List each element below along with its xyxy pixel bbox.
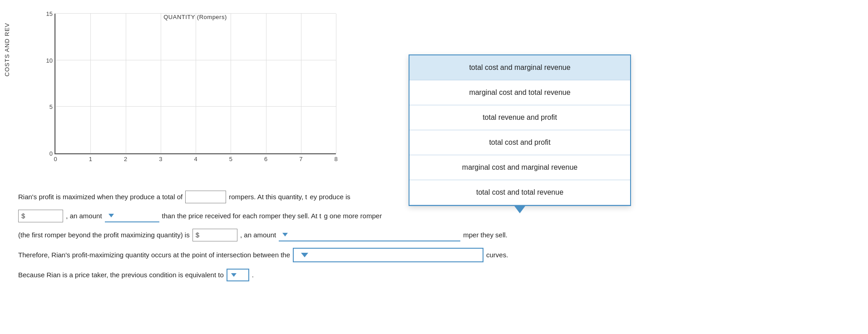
line4-after-text: curves. [486,250,508,260]
curves-dropdown[interactable] [293,248,483,262]
dropdown-item-total-revenue-profit[interactable]: total revenue and profit [409,105,630,130]
amount-input-2[interactable] [200,231,234,239]
text-line-4: Therefore, Rian's profit-maximizing quan… [18,248,850,262]
grid-v-5 [231,14,231,153]
x-tick-5: 5 [229,153,232,162]
grid-v-1 [90,14,91,153]
x-tick-7: 7 [299,153,302,162]
line1-before-text: Rian's profit is maximized when they pro… [18,192,182,202]
x-tick-1: 1 [89,153,92,162]
text-line-2: $ , an amount than the price received fo… [18,210,850,222]
grid-v-7 [301,14,301,153]
text-line-3: (the first romper beyond the profit maxi… [18,229,850,241]
main-container: COSTS AND REV [0,0,868,334]
line3-tail-text: mper they sell. [463,230,508,241]
dropdown-item-total-cost-profit[interactable]: total cost and profit [409,130,630,155]
x-tick-0: 0 [54,153,57,162]
x-tick-3: 3 [159,153,162,162]
x-tick-8: 8 [334,153,337,162]
rompers-quantity-input[interactable] [185,191,226,203]
dollar-sign-1: $ [21,211,25,221]
comparison-dropdown-1[interactable] [105,210,159,222]
x-tick-2: 2 [124,153,127,162]
text-line-5: Because Rian is a price taker, the previ… [18,269,850,281]
chart-grid: 15 10 5 0 0 1 2 3 4 5 6 7 8 [54,14,336,154]
curves-dropdown-arrow [301,253,308,257]
equivalent-dropdown[interactable] [227,269,249,281]
amount-input-1[interactable] [26,212,60,220]
y-tick-10: 10 [46,57,55,64]
dropdown-menu[interactable]: total cost and marginal revenue marginal… [409,54,631,206]
chart-inner: 15 10 5 0 0 1 2 3 4 5 6 7 8 QUANTITY (Ro… [36,14,336,172]
grid-v-0 [55,14,56,153]
grid-v-3 [161,14,161,153]
x-tick-6: 6 [264,153,267,162]
line2-before-text: , an amount [66,211,102,221]
dropdown-item-total-cost-marginal-revenue[interactable]: total cost and marginal revenue [409,55,630,80]
line3-before-text: (the first romper beyond the profit maxi… [18,230,190,241]
line2-tail-text: g one more romper [324,211,382,221]
dropdown-item-marginal-cost-marginal-revenue[interactable]: marginal cost and marginal revenue [409,155,630,180]
dropdown-item-marginal-cost-total-revenue[interactable]: marginal cost and total revenue [409,80,630,105]
grid-v-4 [196,14,196,153]
comparison-dropdown-arrow-2 [282,233,288,236]
grid-v-8 [336,14,336,153]
line4-before-text: Therefore, Rian's profit-maximizing quan… [18,250,290,260]
dollar-sign-2: $ [196,230,199,241]
line2-after-text: than the price received for each romper … [162,211,321,221]
dropdown-arrow-bottom [514,206,525,213]
comparison-dropdown-arrow-1 [108,214,114,217]
dollar-input-1[interactable]: $ [18,210,63,222]
line5-before-text: Because Rian is a price taker, the previ… [18,270,224,280]
dollar-input-2[interactable]: $ [192,229,237,241]
equivalent-dropdown-arrow [231,273,237,277]
grid-v-6 [266,14,266,153]
line1-after-text: rompers. At this quantity, t [229,192,307,202]
comparison-dropdown-2[interactable] [279,229,460,241]
y-tick-15: 15 [46,10,55,17]
curves-dropdown-box[interactable] [293,248,483,262]
grid-lines-v [55,14,336,153]
line1-tail-text: ey produce is [310,192,350,202]
grid-v-2 [126,14,126,153]
line5-after-text: . [252,270,254,280]
x-tick-4: 4 [194,153,197,162]
y-tick-5: 5 [49,103,55,110]
line3-after-text: , an amount [240,230,276,241]
y-axis-label: COSTS AND REV [4,23,10,76]
dropdown-item-total-cost-total-revenue[interactable]: total cost and total revenue [409,180,630,205]
chart-area: COSTS AND REV [0,0,345,195]
